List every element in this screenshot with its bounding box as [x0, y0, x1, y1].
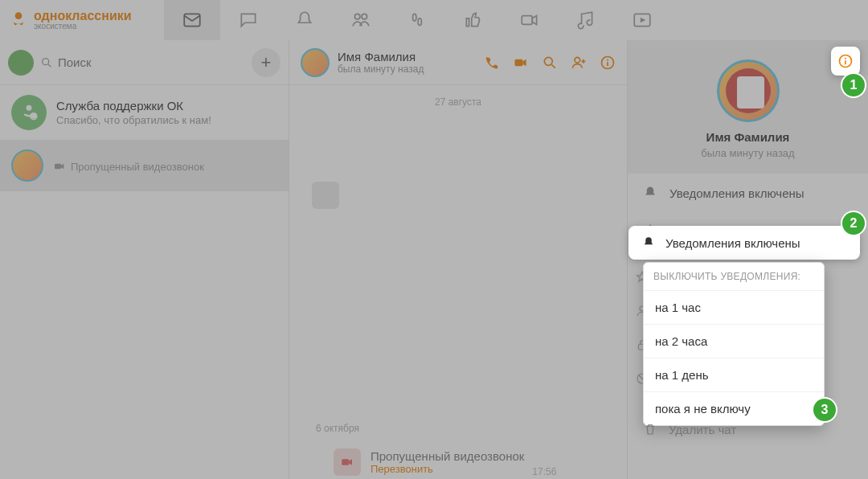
missed-call-action[interactable]: Перезвонить	[371, 463, 524, 475]
svg-text:...: ...	[31, 114, 36, 120]
nav-messages[interactable]	[164, 0, 220, 40]
svg-point-0	[15, 12, 23, 19]
chat-item-title: Служба поддержки ОК	[56, 99, 277, 113]
highlight-mute-dropdown: ВЫКЛЮЧИТЬ УВЕДОМЛЕНИЯ: на 1 час на 2 час…	[643, 262, 825, 426]
ok-logo-icon	[8, 10, 29, 31]
highlight-notifications-row[interactable]: Уведомления включены	[628, 226, 860, 260]
profile-name: Имя Фамилия	[636, 130, 860, 144]
chat-item-user[interactable]: Пропущенный видеозвонок	[0, 140, 289, 191]
chat-list: ... Служба поддержки ОК Спасибо, что обр…	[0, 85, 289, 479]
chat-header-actions	[484, 55, 616, 71]
svg-point-4	[412, 14, 416, 21]
dropdown-item-2h[interactable]: на 2 часа	[644, 324, 824, 358]
footprint-icon	[407, 10, 428, 31]
callout-3: 3	[813, 399, 836, 421]
svg-rect-13	[515, 59, 523, 65]
bell-icon	[641, 235, 656, 250]
header-avatar[interactable]	[301, 48, 330, 77]
my-avatar[interactable]	[8, 50, 34, 76]
chat-item-subtitle: Спасибо, что обратились к нам!	[56, 114, 277, 126]
message-bubble	[312, 182, 339, 209]
nav-friends[interactable]	[333, 0, 389, 40]
chat-header-title: Имя Фамилия	[338, 50, 424, 63]
missed-call-card[interactable]: Пропущенный видеозвонок Перезвонить 17:5…	[334, 448, 524, 476]
nav-notifications[interactable]	[276, 0, 333, 40]
svg-rect-19	[342, 459, 349, 465]
support-avatar: ...	[11, 95, 47, 130]
svg-rect-28	[845, 60, 846, 64]
svg-point-27	[845, 58, 846, 59]
friends-icon	[350, 10, 371, 31]
missed-call-title: Пропущенный видеозвонок	[371, 449, 524, 463]
videocam-icon	[519, 10, 540, 31]
date-separator: 6 октября	[289, 411, 386, 445]
nav-guests[interactable]	[389, 0, 445, 40]
brand-logo[interactable]: одноклассники экосистема	[8, 10, 132, 31]
chat-body: 27 августа 6 октября Пропущенный видеозв…	[289, 85, 627, 479]
svg-point-2	[354, 14, 360, 19]
search-input[interactable]	[58, 55, 245, 69]
info-icon[interactable]	[600, 55, 616, 71]
svg-point-9	[27, 105, 32, 111]
search-box[interactable]	[40, 55, 245, 69]
chat-item-subtitle: Пропущенный видеозвонок	[53, 160, 277, 173]
svg-rect-12	[55, 164, 61, 170]
date-separator: 27 августа	[289, 85, 627, 119]
missed-call-time: 17:56	[532, 466, 556, 477]
bell-icon	[294, 10, 315, 31]
add-person-icon[interactable]	[571, 55, 587, 71]
svg-point-14	[544, 57, 552, 65]
dropdown-heading: ВЫКЛЮЧИТЬ УВЕДОМЛЕНИЯ:	[644, 263, 824, 290]
info-icon	[837, 53, 854, 69]
svg-rect-6	[522, 16, 532, 25]
dropdown-item-1h[interactable]: на 1 час	[644, 290, 824, 324]
dropdown-item-1d[interactable]: на 1 день	[644, 358, 824, 391]
top-bar: одноклассники экосистема	[0, 0, 868, 40]
delete-chat-label: Удалить чат	[669, 423, 736, 436]
music-icon	[575, 10, 596, 31]
chat-header-subtitle: была минуту назад	[338, 63, 424, 75]
videocall-icon[interactable]	[513, 55, 529, 71]
callout-2: 2	[842, 212, 865, 235]
svg-point-17	[607, 59, 608, 60]
nav-discussions[interactable]	[220, 0, 276, 40]
bell-icon	[642, 185, 658, 201]
profile-avatar[interactable]	[717, 59, 780, 122]
svg-point-5	[418, 18, 421, 26]
play-icon	[632, 10, 653, 31]
search-row: +	[0, 40, 289, 85]
highlight-info-button[interactable]	[831, 47, 860, 76]
chat-sidebar: + ... Служба поддержки ОК Спасибо, что о…	[0, 40, 289, 479]
profile-status: была минуту назад	[636, 147, 860, 159]
svg-point-8	[43, 58, 49, 64]
missed-videocall-icon	[340, 455, 354, 469]
chat-pane: Имя Фамилия была минуту назад 27 августа…	[289, 40, 627, 479]
new-chat-button[interactable]: +	[252, 48, 280, 77]
notifications-label: Уведомления включены	[665, 236, 800, 250]
action-notifications[interactable]: Уведомления включены	[628, 174, 868, 212]
chat-item-support[interactable]: ... Служба поддержки ОК Спасибо, что обр…	[0, 85, 289, 140]
svg-rect-1	[184, 14, 200, 26]
callout-1: 1	[842, 74, 865, 96]
svg-rect-18	[607, 62, 608, 66]
missed-call-icon	[53, 160, 66, 173]
call-icon[interactable]	[484, 55, 500, 71]
top-nav	[164, 0, 860, 40]
chat-header: Имя Фамилия была минуту назад	[289, 40, 627, 85]
thumbsup-icon	[463, 10, 484, 31]
brand-sub: экосистема	[34, 23, 132, 31]
nav-videos[interactable]	[614, 0, 670, 40]
chat-icon	[238, 10, 259, 31]
ok-support-icon: ...	[18, 101, 40, 124]
trash-icon	[643, 422, 657, 436]
nav-video[interactable]	[502, 0, 558, 40]
mail-icon	[182, 10, 203, 31]
svg-point-3	[362, 14, 367, 19]
nav-feedback[interactable]	[445, 0, 502, 40]
user-avatar	[11, 149, 43, 182]
search-in-chat-icon[interactable]	[542, 55, 558, 71]
search-icon	[40, 56, 53, 69]
svg-point-15	[575, 57, 580, 63]
brand-name: одноклассники	[34, 10, 132, 23]
nav-music[interactable]	[558, 0, 614, 40]
